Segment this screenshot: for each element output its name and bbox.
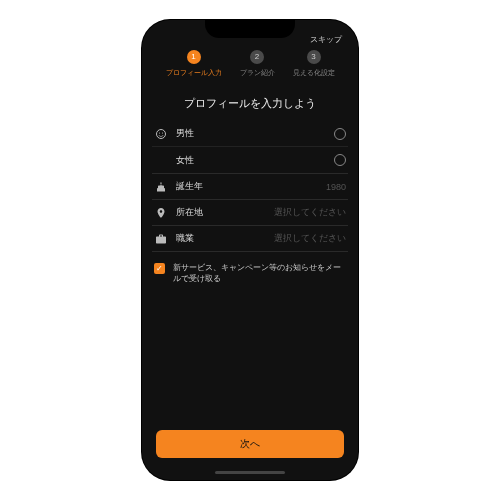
location-row[interactable]: 所在地 選択してください bbox=[152, 200, 348, 226]
newsletter-label: 新サービス、キャンペーン等のお知らせをメールで受け取る bbox=[173, 262, 346, 284]
page-title: プロフィールを入力しよう bbox=[142, 96, 358, 111]
gender-male-label: 男性 bbox=[176, 127, 326, 140]
step-circle: 2 bbox=[250, 50, 264, 64]
gender-icon bbox=[154, 127, 168, 141]
location-placeholder: 選択してください bbox=[274, 206, 346, 219]
radio-unchecked-icon[interactable] bbox=[334, 154, 346, 166]
step-plan: 2 プラン紹介 bbox=[240, 50, 275, 78]
svg-point-2 bbox=[162, 132, 163, 133]
gender-female-label: 女性 bbox=[176, 154, 326, 167]
birth-year-value: 1980 bbox=[326, 182, 346, 192]
phone-frame: スキップ 1 プロフィール入力 2 プラン紹介 3 見える化設定 プロフィールを… bbox=[142, 20, 358, 480]
location-label: 所在地 bbox=[176, 206, 266, 219]
gender-female-row[interactable]: 女性 bbox=[152, 147, 348, 173]
svg-point-0 bbox=[157, 129, 166, 138]
occupation-row[interactable]: 職業 選択してください bbox=[152, 226, 348, 252]
next-button[interactable]: 次へ bbox=[156, 430, 344, 458]
birth-year-row[interactable]: 誕生年 1980 bbox=[152, 174, 348, 200]
occupation-label: 職業 bbox=[176, 232, 266, 245]
step-label: プラン紹介 bbox=[240, 68, 275, 78]
birth-year-label: 誕生年 bbox=[176, 180, 318, 193]
skip-button[interactable]: スキップ bbox=[310, 34, 342, 45]
newsletter-row[interactable]: ✓ 新サービス、キャンペーン等のお知らせをメールで受け取る bbox=[152, 252, 348, 294]
radio-unchecked-icon[interactable] bbox=[334, 128, 346, 140]
occupation-placeholder: 選択してください bbox=[274, 232, 346, 245]
checkbox-checked-icon[interactable]: ✓ bbox=[154, 263, 165, 274]
step-circle: 1 bbox=[187, 50, 201, 64]
gender-group: 男性 女性 bbox=[152, 121, 348, 174]
progress-steps: 1 プロフィール入力 2 プラン紹介 3 見える化設定 bbox=[142, 50, 358, 78]
svg-point-1 bbox=[159, 132, 160, 133]
step-profile: 1 プロフィール入力 bbox=[166, 50, 222, 78]
profile-form: 男性 女性 誕生年 1980 所在地 選択してください bbox=[142, 121, 358, 294]
notch bbox=[205, 20, 295, 38]
step-label: 見える化設定 bbox=[293, 68, 335, 78]
step-settings: 3 見える化設定 bbox=[293, 50, 335, 78]
step-circle: 3 bbox=[307, 50, 321, 64]
gender-male-row[interactable]: 男性 bbox=[152, 121, 348, 147]
briefcase-icon bbox=[154, 232, 168, 246]
step-label: プロフィール入力 bbox=[166, 68, 222, 78]
pin-icon bbox=[154, 206, 168, 220]
home-indicator bbox=[215, 471, 285, 474]
cake-icon bbox=[154, 180, 168, 194]
